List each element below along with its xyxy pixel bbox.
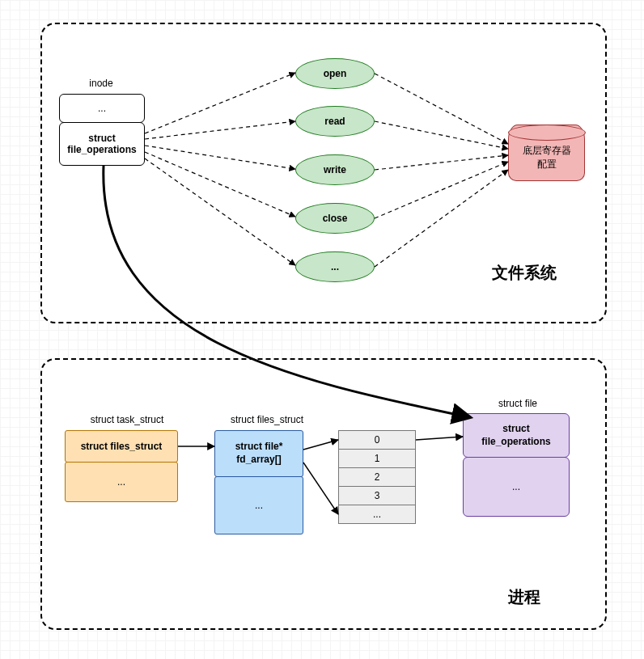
task-struct-row2: ... — [65, 462, 178, 502]
fd-cell-more: ... — [338, 505, 416, 524]
files-struct-row2: ... — [214, 476, 303, 534]
filesystem-title: 文件系统 — [492, 262, 557, 284]
op-more: ... — [295, 251, 375, 282]
struct-file-row2: ... — [463, 457, 570, 517]
fd-cell-3: 3 — [338, 486, 416, 505]
struct-file-title: struct file — [485, 398, 550, 409]
inode-row2: struct file_operations — [59, 122, 145, 166]
register-cylinder: 底层寄存器配置 — [508, 125, 585, 181]
register-line2: 配置 — [537, 158, 557, 170]
register-line1: 底层寄存器 — [523, 145, 571, 156]
files-struct-title: struct files_struct — [218, 414, 316, 425]
op-read: read — [295, 106, 375, 137]
op-open: open — [295, 58, 375, 89]
op-close: close — [295, 203, 375, 234]
task-struct-row1: struct files_struct — [65, 430, 178, 463]
fd-cell-0: 0 — [338, 430, 416, 450]
struct-file-row1: struct file_operations — [463, 413, 570, 458]
task-struct-title: struct task_struct — [74, 414, 180, 425]
fd-cell-2: 2 — [338, 467, 416, 487]
op-write: write — [295, 154, 375, 185]
fd-cell-1: 1 — [338, 449, 416, 468]
files-struct-row1: struct file* fd_array[] — [214, 430, 303, 477]
process-title: 进程 — [508, 586, 540, 608]
inode-row1: ... — [59, 94, 145, 123]
inode-title: inode — [77, 78, 125, 89]
